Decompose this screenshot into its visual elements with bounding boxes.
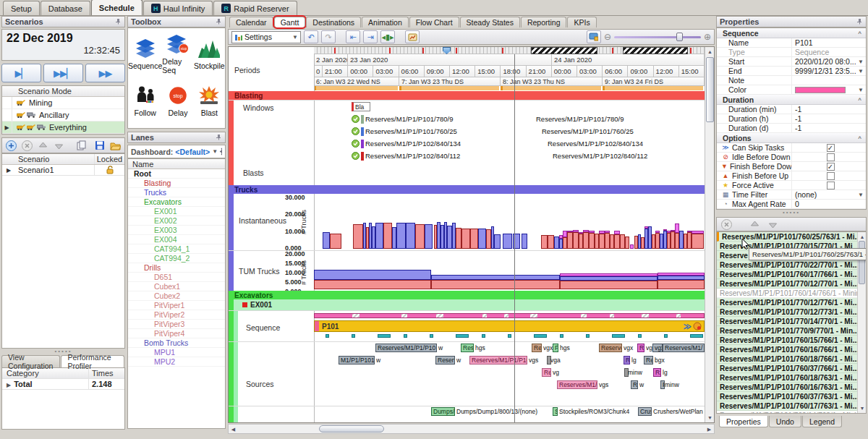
task-list-item[interactable]: Reserves/M1/P1/P101/770/12/770/1 - Mi... — [717, 279, 857, 289]
property-row-can-skip-tasks[interactable]: ≫Can Skip Tasks✓ — [717, 143, 866, 153]
app-tab-setup[interactable]: Setup — [3, 1, 40, 15]
lane-tree-item-pitviper3[interactable]: PitViper3 — [128, 320, 225, 329]
truck-count-bar[interactable] — [573, 232, 579, 249]
property-value[interactable] — [792, 153, 866, 161]
task-list-item[interactable]: Reserves/M1/P1/P101/770/22/770/1 - Mi... — [717, 260, 857, 270]
task-list-item[interactable]: Reserves/M1/P1/P101/770/9/770/1 - Min... — [717, 326, 857, 336]
tab-gantt[interactable]: Gantt — [274, 17, 306, 27]
time-header-cell[interactable]: 03:00 — [577, 66, 603, 77]
open-scenario-button[interactable] — [109, 139, 122, 152]
task-list-item[interactable]: Reserves/M1/P1/P101/760/17/766/1 - Mi... — [717, 270, 857, 279]
time-header-cell[interactable]: 0 — [314, 66, 323, 77]
lane-tree-item-pitviper2[interactable]: PitViper2 — [128, 310, 225, 320]
lane-tree-item-root[interactable]: Root — [128, 169, 225, 179]
tab-calendar[interactable]: Calendar — [229, 17, 273, 27]
truck-count-bar[interactable] — [486, 229, 491, 249]
scroll-right-arrow[interactable]: ▶ — [705, 425, 714, 434]
tab-legend[interactable]: Legend — [802, 416, 842, 427]
excavators-section-header[interactable]: Excavators — [229, 291, 705, 299]
vertical-scroll-thumb[interactable] — [706, 57, 714, 122]
app-tab-rapid-reserver[interactable]: RRapid Reserver — [213, 1, 297, 15]
truck-count-bar[interactable] — [620, 234, 625, 249]
checkbox[interactable] — [827, 153, 835, 161]
task-list-item[interactable]: Reserves/M1/P1/P101/760/18/763/1 - Mi... — [717, 373, 857, 383]
scroll-down-arrow[interactable]: ▼ — [705, 413, 715, 422]
property-row-force-active[interactable]: ★Force Active — [717, 181, 866, 190]
sequence-bar[interactable]: P101≫ — [314, 320, 705, 332]
source-task-chip[interactable]: Re — [542, 368, 551, 377]
truck-count-bar[interactable] — [461, 229, 470, 249]
truck-count-bar[interactable] — [456, 228, 461, 249]
truck-count-bar[interactable] — [375, 223, 383, 249]
gear-icon[interactable] — [220, 147, 222, 156]
toolbox-item-sequence[interactable]: Sequence — [128, 31, 162, 78]
tum-magenta-segment[interactable] — [658, 273, 705, 276]
property-value[interactable]: ✓ — [792, 163, 866, 171]
time-header-cell[interactable]: 09:00 — [628, 66, 653, 77]
shift-header-cell[interactable]: 8: Jan W3 23 Thu NS — [501, 77, 603, 86]
truck-count-bar[interactable] — [541, 235, 548, 249]
blast-task[interactable]: Reserves/M1/P1/P102/840/134 — [352, 139, 532, 148]
source-task-chip[interactable]: Crus — [638, 407, 652, 416]
tum-red-segment[interactable] — [658, 280, 705, 289]
tum-red-segment[interactable] — [560, 281, 658, 289]
lane-tree-item-cat994-2[interactable]: CAT994_2 — [128, 254, 225, 263]
milestone-marker[interactable] — [430, 334, 433, 338]
lane-tree-item-cat994-1[interactable]: CAT994_1 — [128, 244, 225, 254]
truck-count-bar[interactable] — [548, 235, 554, 249]
property-group-sequence[interactable]: Sequence˄ — [717, 28, 866, 38]
jump-end-button[interactable]: ⇥ — [363, 30, 378, 43]
property-row-color[interactable]: Color▼ — [717, 85, 866, 95]
lane-tree-item-ex004[interactable]: EX004 — [128, 235, 225, 244]
checkbox[interactable]: ✓ — [827, 144, 835, 152]
task-list-item[interactable]: Reserves/M1/P1/P101/770/14/770/1 - Mi... — [717, 317, 857, 326]
truck-count-bar[interactable] — [583, 232, 589, 249]
truck-count-bar[interactable] — [330, 234, 341, 249]
truck-count-bar[interactable] — [625, 236, 629, 249]
truck-count-bar[interactable] — [425, 224, 433, 249]
lane-tree-item-cubex1[interactable]: Cubex1 — [128, 282, 225, 291]
source-task-chip[interactable]: F — [553, 344, 558, 352]
time-header-cell[interactable]: 21:00 — [527, 66, 552, 77]
app-tab-schedule[interactable]: Schedule — [91, 0, 142, 15]
scroll-down-arrow[interactable]: ▼ — [858, 404, 867, 413]
truck-count-bar[interactable] — [692, 234, 704, 249]
property-value[interactable] — [792, 172, 866, 180]
expand-arrow[interactable]: ▶ — [7, 382, 11, 388]
scroll-up-arrow[interactable]: ▲ — [705, 47, 715, 56]
truck-count-bar[interactable] — [589, 233, 595, 249]
truck-count-bar[interactable] — [447, 226, 452, 249]
property-value[interactable]: ✓ — [792, 144, 866, 152]
milestone-marker[interactable] — [612, 334, 625, 338]
blast-task[interactable]: Reserves/M1/P1/P101/760/25 — [352, 127, 532, 136]
shift-header-cell[interactable]: 9: Jan W3 24 Fri DS — [603, 77, 705, 86]
time-header-cell[interactable]: 15:00 — [679, 66, 705, 77]
truck-count-bar[interactable] — [406, 223, 415, 249]
task-list-item[interactable]: Reserves/M1/P1/P101/770/12/776/1 - Mi... — [717, 298, 857, 307]
horizontal-scrollbar[interactable]: ◀ ▶ — [228, 424, 715, 434]
scenario-mode-mining[interactable]: Mining — [2, 97, 124, 109]
copy-scenario-button[interactable] — [75, 139, 88, 152]
time-header-cell[interactable]: 06:00 — [603, 66, 628, 77]
task-list-item[interactable]: Reserves/M1/P1/P101/760/37/763/1 - Mi... — [717, 392, 857, 401]
chevron-down-icon[interactable]: ▼ — [858, 87, 864, 93]
truck-count-bar[interactable] — [630, 244, 634, 249]
property-value[interactable] — [792, 182, 866, 189]
truck-count-bar[interactable] — [605, 233, 610, 249]
date-header-cell[interactable]: 2 Jan 2020 — [314, 54, 348, 66]
shift-header-cell[interactable]: 7: Jan W3 23 Thu DS — [399, 77, 501, 86]
lane-tree-item-mpu2[interactable]: MPU2 — [128, 357, 225, 367]
task-list-item[interactable]: Reserves/M1/P1/P101/760/15/766/1 - Mi... — [717, 336, 857, 345]
task-list-item[interactable]: Reserves/M1/P1/P101/760/18/766/1 - Mi... — [717, 354, 857, 364]
lane-tree-item-blasting[interactable]: Blasting — [128, 179, 225, 188]
lane-tree-item-trucks[interactable]: Trucks — [128, 188, 225, 197]
collapse-icon[interactable]: ˄ — [858, 135, 861, 141]
scenario-mode-everything[interactable]: ▶Everything — [2, 122, 124, 134]
blasting-section-header[interactable]: Blasting — [229, 91, 705, 100]
color-swatch[interactable] — [795, 87, 846, 93]
source-task-chip[interactable]: vgx — [652, 344, 663, 352]
time-header-cell[interactable]: 00:00 — [348, 66, 373, 77]
task-list-item[interactable]: Reserves/M1/P1/P101/760/16/766/1 - Mi... — [717, 345, 857, 354]
collapse-icon[interactable]: ˄ — [858, 30, 861, 36]
property-row-start[interactable]: Start2020/01/20 08:0...▼ — [717, 57, 866, 67]
